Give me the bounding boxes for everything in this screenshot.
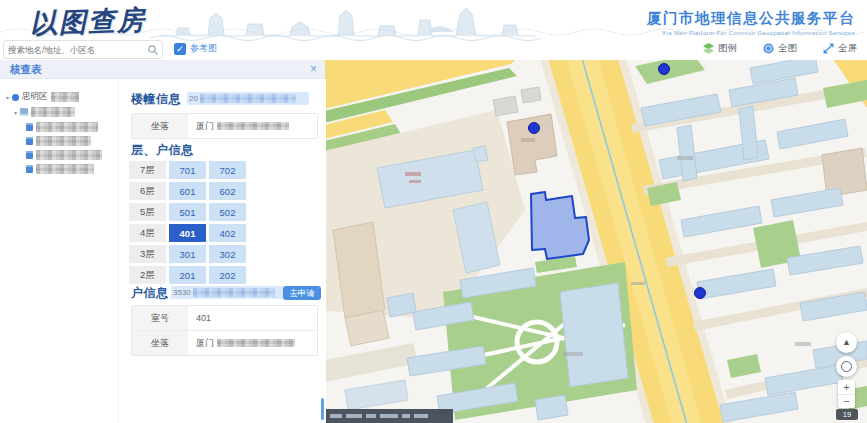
map-marker[interactable] <box>529 123 540 134</box>
floor-row: 6层 601 602 <box>129 182 246 200</box>
survey-area-icon <box>20 108 28 116</box>
fullscreen-tool-label: 全屏 <box>838 42 857 55</box>
globe-icon <box>763 43 774 54</box>
unit-cell[interactable]: 602 <box>209 182 246 200</box>
legend-tool[interactable]: 图例 <box>703 42 737 55</box>
fullscreen-icon <box>823 43 834 54</box>
tree-item-root[interactable]: ▾ 思明区 <box>6 91 79 103</box>
panel-title-bar: 核查表 × <box>0 60 325 79</box>
floor-cell: 3层 <box>129 245 166 263</box>
unit-info-table: 室号 401 坐落 厦门 <box>131 305 318 356</box>
tree-root-label: 思明区 <box>22 91 48 103</box>
building-info-title: 楼幢信息 <box>131 91 181 108</box>
zoom-in-button[interactable]: + <box>838 380 855 394</box>
redacted-text <box>36 136 91 146</box>
zoom-out-button[interactable]: − <box>838 395 855 409</box>
caret-down-icon[interactable]: ▾ <box>6 94 9 101</box>
layers-icon <box>703 43 714 54</box>
redacted-text <box>217 122 289 130</box>
building-id-prefix: 20 <box>189 94 198 103</box>
tree-item-building-1[interactable] <box>26 121 98 133</box>
floor-cell: 5层 <box>129 203 166 221</box>
redacted-text <box>200 94 296 103</box>
floor-cell: 2层 <box>129 266 166 284</box>
legend-tool-label: 图例 <box>718 42 737 55</box>
info-panel: 楼幢信息 20 坐落 厦门 层、户信息 7层 701 <box>118 79 326 423</box>
reference-layer-checkbox[interactable]: ✓ 参考图 <box>174 42 217 55</box>
search-icon[interactable] <box>147 44 159 56</box>
caret-down-icon[interactable]: ▾ <box>14 109 17 116</box>
floor-cell: 7层 <box>129 161 166 179</box>
floor-info-title: 层、户信息 <box>131 142 194 159</box>
value-prefix: 厦门 <box>196 120 214 133</box>
map-toolbar: 图例 全图 全屏 <box>703 42 857 55</box>
redacted-text <box>51 92 79 102</box>
building-info-table: 坐落 厦门 <box>131 113 318 139</box>
unit-cell[interactable]: 502 <box>209 203 246 221</box>
unit-cell-selected[interactable]: 401 <box>169 224 206 242</box>
tree-item-building-3[interactable] <box>26 149 102 161</box>
row-label: 坐落 <box>132 331 188 355</box>
building-icon <box>26 137 33 145</box>
tree-item-building-4[interactable] <box>26 163 94 175</box>
map-svg <box>325 60 867 423</box>
map-marker[interactable] <box>659 64 670 75</box>
table-row: 室号 401 <box>132 306 317 330</box>
row-value: 厦门 <box>188 331 317 355</box>
map-attribution <box>325 409 453 423</box>
district-node-icon <box>12 94 19 101</box>
floor-row: 3层 301 302 <box>129 245 246 263</box>
map-marker[interactable] <box>695 288 706 299</box>
unit-cell[interactable]: 701 <box>169 161 206 179</box>
row-value: 401 <box>188 306 317 330</box>
unit-cell[interactable]: 601 <box>169 182 206 200</box>
redacted-text <box>31 107 75 117</box>
platform-title: 厦门市地理信息公共服务平台 <box>647 9 855 28</box>
checkbox-checked-icon[interactable]: ✓ <box>174 43 186 55</box>
floor-row: 7层 701 702 <box>129 161 246 179</box>
zoom-control: + − <box>838 380 855 408</box>
zoom-level-badge: 19 <box>836 409 858 420</box>
tree-item-group[interactable]: ▾ <box>14 106 75 118</box>
apply-button[interactable]: 去申请 <box>283 286 321 300</box>
building-icon <box>26 123 33 131</box>
building-icon <box>26 165 33 173</box>
search-input[interactable] <box>4 45 147 55</box>
tree-item-building-2[interactable] <box>26 135 91 147</box>
building-icon <box>26 151 33 159</box>
row-label: 坐落 <box>132 114 188 138</box>
redacted-text <box>193 288 275 297</box>
unit-cell[interactable]: 301 <box>169 245 206 263</box>
table-row: 坐落 厦门 <box>132 114 317 138</box>
unit-cell[interactable]: 402 <box>209 224 246 242</box>
table-row: 坐落 厦门 <box>132 330 317 355</box>
unit-cell[interactable]: 202 <box>209 266 246 284</box>
unit-cell[interactable]: 201 <box>169 266 206 284</box>
header: 以图查房 厦门市地理信息公共服务平台 Xia Men Platform For … <box>0 0 867 60</box>
search-bar[interactable] <box>3 40 163 59</box>
platform-subtitle: Xia Men Platform For Common Geospatial I… <box>647 30 855 36</box>
inspection-tree: ▾ 思明区 ▾ <box>0 79 118 423</box>
app-logo: 以图查房 <box>29 2 146 42</box>
map-canvas[interactable]: ▲ + − 19 <box>325 60 867 423</box>
full-extent-tool[interactable]: 全图 <box>763 42 797 55</box>
redacted-text <box>36 164 94 174</box>
panel-title: 核查表 <box>10 63 42 77</box>
floor-unit-grid: 7层 701 702 6层 601 602 5层 501 502 4层 401 <box>129 161 246 287</box>
row-label: 室号 <box>132 306 188 330</box>
locate-arrow-icon: ▲ <box>842 338 851 347</box>
locate-button[interactable]: ▲ <box>836 332 857 353</box>
building-id-strip: 20 <box>187 92 309 105</box>
unit-cell[interactable]: 501 <box>169 203 206 221</box>
unit-cell[interactable]: 702 <box>209 161 246 179</box>
panel-scrollbar-thumb[interactable] <box>321 398 324 420</box>
compass-button[interactable] <box>836 356 857 377</box>
floor-row: 2层 201 202 <box>129 266 246 284</box>
floor-cell: 6层 <box>129 182 166 200</box>
inspection-panel: 核查表 × ▾ 思明区 ▾ <box>0 60 325 423</box>
unit-id-prefix: 3530 <box>173 288 191 297</box>
fullscreen-tool[interactable]: 全屏 <box>823 42 857 55</box>
app-root: 以图查房 厦门市地理信息公共服务平台 Xia Men Platform For … <box>0 0 867 423</box>
unit-cell[interactable]: 302 <box>209 245 246 263</box>
close-icon[interactable]: × <box>310 62 317 76</box>
